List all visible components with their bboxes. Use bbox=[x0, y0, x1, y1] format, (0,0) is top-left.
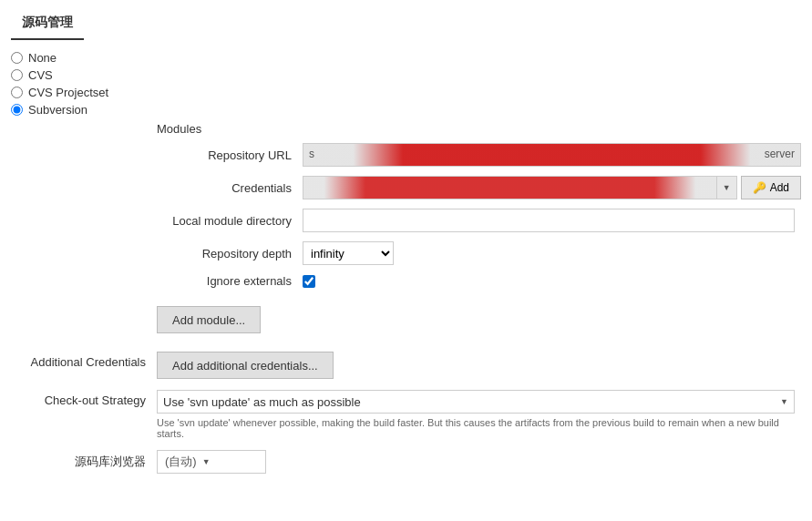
add-module-button[interactable]: Add module... bbox=[157, 306, 261, 333]
radio-label-cvs-projectset[interactable]: CVS Projectset bbox=[28, 86, 108, 99]
credentials-select[interactable] bbox=[303, 176, 737, 199]
scm-type-section: None CVS CVS Projectset Subversion Modul… bbox=[0, 51, 812, 333]
repo-url-label: Repository URL bbox=[157, 148, 303, 162]
local-dir-input[interactable] bbox=[303, 209, 795, 232]
url-prefix-text: s bbox=[309, 148, 314, 160]
radio-label-subversion[interactable]: Subversion bbox=[28, 103, 87, 117]
section-title: 源码管理 bbox=[11, 9, 84, 40]
additional-credentials-row: Additional Credentials Add additional cr… bbox=[11, 352, 801, 379]
add-additional-credentials-button[interactable]: Add additional credentials... bbox=[157, 352, 334, 379]
source-browser-select[interactable]: (自动) ▼ bbox=[157, 450, 266, 474]
source-browser-value: (自动) bbox=[165, 454, 197, 470]
modules-section: Add module... bbox=[157, 306, 801, 333]
radio-subversion[interactable] bbox=[11, 104, 23, 116]
ignore-externals-label: Ignore externals bbox=[157, 274, 303, 288]
credentials-redacted-value bbox=[303, 177, 716, 199]
ignore-externals-checkbox[interactable] bbox=[303, 275, 315, 288]
repo-depth-label: Repository depth bbox=[157, 247, 303, 260]
form-row-local-dir: Local module directory bbox=[157, 209, 801, 232]
checkout-strategy-label: Check-out Strategy bbox=[11, 390, 157, 407]
radio-label-cvs[interactable]: CVS bbox=[28, 68, 53, 82]
source-browser-arrow: ▼ bbox=[202, 457, 211, 466]
checkout-strategy-content: Use 'svn update' as much as possible ▼ U… bbox=[157, 390, 801, 439]
repo-depth-control: infinity empty files immediates bbox=[303, 241, 801, 265]
radio-cvs-projectset[interactable] bbox=[11, 87, 23, 98]
repo-url-input[interactable]: s server bbox=[303, 143, 801, 167]
radio-none[interactable] bbox=[11, 52, 23, 64]
form-row-ignore-externals: Ignore externals bbox=[157, 274, 801, 288]
url-suffix-text: server bbox=[765, 148, 795, 160]
url-redacted-overlay bbox=[303, 144, 800, 166]
add-credentials-button[interactable]: 🔑 Add bbox=[741, 176, 801, 199]
source-browser-label: 源码库浏览器 bbox=[11, 450, 157, 470]
source-browser-section: 源码库浏览器 (自动) ▼ bbox=[0, 450, 812, 474]
form-row-repo-url: Repository URL s server bbox=[157, 143, 801, 167]
radio-group-scm: None CVS CVS Projectset Subversion bbox=[11, 51, 801, 117]
local-dir-control bbox=[303, 209, 801, 232]
radio-cvs[interactable] bbox=[11, 69, 23, 81]
radio-item-cvs: CVS bbox=[11, 68, 801, 82]
local-dir-label: Local module directory bbox=[157, 214, 303, 228]
credentials-dropdown-arrow[interactable] bbox=[716, 177, 736, 199]
radio-item-cvs-projectset: CVS Projectset bbox=[11, 86, 801, 99]
page-container: 源码管理 None CVS CVS Projectset Subversion … bbox=[0, 0, 812, 494]
radio-label-none[interactable]: None bbox=[28, 51, 57, 65]
checkout-strategy-arrow: ▼ bbox=[780, 397, 788, 406]
modules-label: Modules bbox=[157, 122, 801, 136]
subversion-config: Modules Repository URL s server Creden bbox=[157, 122, 801, 333]
form-row-repo-depth: Repository depth infinity empty files im… bbox=[157, 241, 801, 265]
add-module-label: Add module... bbox=[172, 313, 245, 327]
radio-item-none: None bbox=[11, 51, 801, 65]
key-icon: 🔑 bbox=[753, 181, 766, 194]
credentials-label: Credentials bbox=[157, 181, 303, 195]
ignore-externals-control bbox=[303, 275, 801, 288]
checkout-strategy-row: Check-out Strategy Use 'svn update' as m… bbox=[11, 390, 801, 439]
form-row-credentials: Credentials 🔑 Add bbox=[157, 176, 801, 199]
add-additional-credentials-label: Add additional credentials... bbox=[172, 359, 318, 373]
depth-select[interactable]: infinity empty files immediates bbox=[303, 241, 394, 265]
repo-url-control: s server bbox=[303, 143, 801, 167]
checkout-strategy-hint: Use 'svn update' whenever possible, maki… bbox=[157, 417, 795, 439]
radio-item-subversion: Subversion bbox=[11, 103, 801, 117]
credentials-control: 🔑 Add bbox=[303, 176, 801, 199]
source-browser-row: 源码库浏览器 (自动) ▼ bbox=[11, 450, 801, 474]
add-button-label: Add bbox=[770, 181, 789, 194]
additional-credentials-label: Additional Credentials bbox=[11, 352, 157, 369]
checkout-strategy-value: Use 'svn update' as much as possible bbox=[163, 395, 775, 409]
source-browser-content: (自动) ▼ bbox=[157, 450, 801, 474]
checkout-strategy-section: Check-out Strategy Use 'svn update' as m… bbox=[0, 390, 812, 439]
additional-credentials-content: Add additional credentials... bbox=[157, 352, 801, 379]
checkout-strategy-select-wrapper[interactable]: Use 'svn update' as much as possible ▼ bbox=[157, 390, 795, 414]
additional-credentials-section: Additional Credentials Add additional cr… bbox=[0, 352, 812, 379]
